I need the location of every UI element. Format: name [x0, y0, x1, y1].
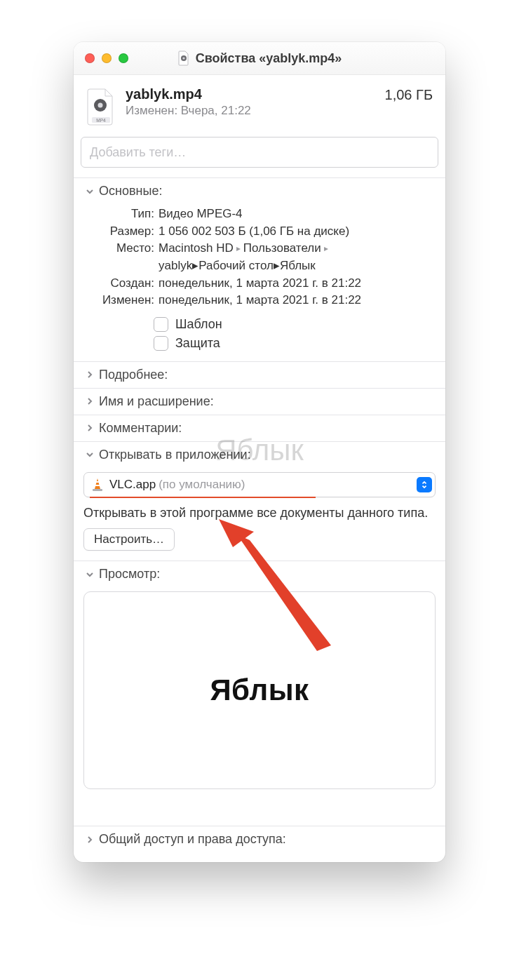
minimize-button[interactable]: [102, 53, 112, 63]
chevron-right-icon: [85, 370, 95, 380]
chevron-right-icon: [85, 396, 95, 406]
label-where: Место:: [86, 240, 159, 257]
value-modified: понедельник, 1 марта 2021 г. в 21:22: [159, 292, 433, 309]
svg-rect-8: [93, 489, 102, 491]
file-modified-summary: Изменен: Вчера, 21:22: [126, 104, 375, 118]
chevron-right-icon: [85, 423, 95, 433]
chevron-right-icon: [85, 835, 95, 845]
window-title: Свойства «yablyk.mp4»: [196, 51, 342, 66]
value-where-line2: yablyk▸Рабочий стол▸Яблык: [86, 257, 433, 275]
section-open-with: Открывать в приложении: VLC.app: [74, 441, 445, 561]
checkbox-locked-label: Защита: [175, 336, 220, 351]
chevron-down-icon: [85, 570, 95, 579]
open-with-combo[interactable]: VLC.app (по умолчанию): [83, 472, 436, 497]
file-summary: MP4 yablyk.mp4 Изменен: Вчера, 21:22 1,0…: [74, 82, 445, 130]
zoom-button[interactable]: [119, 53, 128, 63]
open-with-default: (по умолчанию): [159, 478, 245, 492]
value-created: понедельник, 1 марта 2021 г. в 21:22: [159, 275, 433, 293]
file-icon: MP4: [86, 86, 116, 126]
section-more-title: Подробнее:: [99, 368, 168, 382]
chevron-down-icon: [85, 187, 95, 196]
annotation-underline: [90, 497, 316, 498]
section-preview-title: Просмотр:: [99, 567, 160, 582]
preview-thumbnail: Яблык: [83, 591, 436, 789]
checkbox-stationery[interactable]: [154, 317, 168, 332]
svg-point-0: [181, 55, 187, 61]
section-comments-title: Комментарии:: [99, 421, 182, 436]
section-comments-header[interactable]: Комментарии:: [74, 415, 445, 441]
section-name-ext: Имя и расширение:: [74, 388, 445, 415]
titlebar: Свойства «yablyk.mp4»: [74, 42, 445, 75]
label-size: Размер:: [86, 223, 159, 241]
svg-point-1: [182, 57, 184, 59]
open-with-app: VLC.app: [109, 478, 156, 492]
label-created: Создан:: [86, 275, 159, 293]
change-all-button[interactable]: Настроить…: [83, 528, 175, 551]
value-type: Видео MPEG-4: [159, 206, 433, 223]
section-sharing-header[interactable]: Общий доступ и права доступа:: [74, 826, 445, 852]
tags-field[interactable]: [81, 137, 438, 168]
info-window: Свойства «yablyk.mp4» MP4 yablyk: [74, 42, 445, 862]
section-preview: Просмотр: Яблык: [74, 561, 445, 803]
section-name-ext-title: Имя и расширение:: [99, 394, 214, 409]
section-open-with-header[interactable]: Открывать в приложении:: [74, 442, 445, 468]
section-preview-header[interactable]: Просмотр:: [74, 561, 445, 587]
combo-arrows-icon[interactable]: [417, 477, 432, 492]
section-more-header[interactable]: Подробнее:: [74, 362, 445, 388]
section-general-header[interactable]: Основные:: [74, 178, 445, 204]
section-open-with-title: Открывать в приложении:: [99, 448, 251, 462]
section-more: Подробнее:: [74, 361, 445, 388]
file-icon-ext: MP4: [96, 118, 106, 123]
section-general: Основные: Тип:Видео MPEG-4 Размер:1 056 …: [74, 177, 445, 361]
section-general-title: Основные:: [99, 184, 162, 199]
label-type: Тип:: [86, 206, 159, 223]
section-sharing-title: Общий доступ и права доступа:: [99, 832, 286, 847]
label-modified: Изменен:: [86, 292, 159, 309]
title-doc-icon: [177, 51, 190, 66]
value-where: Macintosh HD▸Пользователи▸: [159, 240, 433, 257]
svg-rect-7: [95, 485, 100, 486]
chevron-down-icon: [85, 450, 95, 459]
close-button[interactable]: [85, 53, 95, 63]
checkbox-stationery-row[interactable]: Шаблон: [154, 315, 433, 334]
section-name-ext-header[interactable]: Имя и расширение:: [74, 389, 445, 415]
svg-rect-6: [95, 481, 100, 483]
checkbox-stationery-label: Шаблон: [175, 317, 222, 332]
svg-marker-5: [95, 478, 100, 489]
checkbox-locked[interactable]: [154, 336, 168, 351]
file-name: yablyk.mp4: [126, 86, 375, 102]
tags-input[interactable]: [88, 145, 431, 161]
traffic-lights: [85, 53, 128, 63]
vlc-icon: [90, 477, 105, 492]
value-size: 1 056 002 503 Б (1,06 ГБ на диске): [159, 223, 433, 241]
preview-content-text: Яблык: [210, 673, 309, 707]
checkbox-locked-row[interactable]: Защита: [154, 334, 433, 353]
file-size: 1,06 ГБ: [385, 86, 433, 103]
svg-point-3: [98, 103, 103, 108]
section-sharing: Общий доступ и права доступа:: [74, 826, 445, 852]
section-comments: Комментарии:: [74, 415, 445, 441]
open-with-description: Открывать в этой программе все документы…: [83, 504, 436, 521]
